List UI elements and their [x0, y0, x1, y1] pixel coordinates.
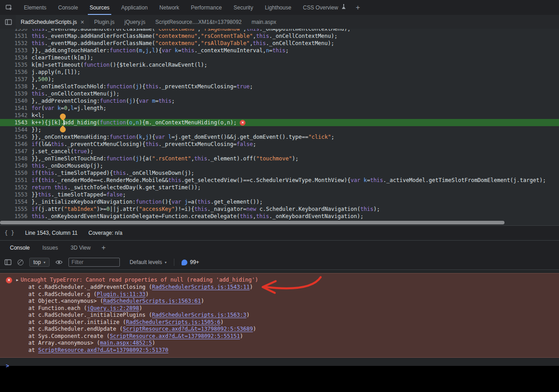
code-line-1530[interactable]: 1530this._eventMap.addHandlerForClassNam… [0, 29, 559, 32]
code-line-1542[interactable]: 1542k<l; [0, 112, 559, 119]
code-line-1546[interactable]: 1546if(l&&this._preventCtxMenuClosing){t… [0, 141, 559, 148]
add-panel-button[interactable]: + [351, 4, 364, 12]
tab-performance[interactable]: Performance [185, 0, 228, 15]
code-line-1541[interactable]: 1541for(var k=0,l=j.length; [0, 105, 559, 112]
line-number[interactable]: 1533 [0, 47, 28, 54]
file-tab-main-aspx[interactable]: main.aspx [247, 15, 282, 29]
drawer-tab-console[interactable]: Console [4, 241, 36, 255]
code-line-1531[interactable]: 1531this._eventMap.addHandlerForClassNam… [0, 32, 559, 40]
expand-triangle-icon[interactable]: ▶ [16, 278, 18, 282]
line-number[interactable]: 1544 [0, 126, 28, 133]
code-line-1537[interactable]: 1537},500); [0, 76, 559, 83]
line-number[interactable]: 1537 [0, 76, 28, 83]
line-number[interactable]: 1539 [0, 90, 28, 97]
tab-application[interactable]: Application [115, 0, 154, 15]
line-number[interactable]: 1547 [0, 148, 28, 155]
code-line-1553[interactable]: 1553}}this._timeSlotTapped=false; [0, 191, 559, 198]
live-expression-eye-icon[interactable] [55, 260, 63, 265]
line-number[interactable]: 1540 [0, 97, 28, 105]
inspect-icon[interactable] [5, 4, 13, 11]
log-levels-dropdown[interactable]: Default levels ▾ [130, 259, 167, 265]
code-line-1534[interactable]: 1534clearTimeout(k[m]); [0, 54, 559, 61]
horizontal-scrollbar[interactable] [0, 220, 559, 225]
tab-security[interactable]: Security [228, 0, 259, 15]
tab-console[interactable]: Console [52, 0, 84, 15]
code-line-1548[interactable]: 1548}},_onTimeSlotTouchEnd:function(j){a… [0, 155, 559, 162]
file-tab-jquery-js[interactable]: jQuery.js [119, 15, 150, 29]
line-number[interactable]: 1541 [0, 105, 28, 112]
stack-link[interactable]: jQuery.js:2:2898 [87, 305, 139, 311]
line-number[interactable]: 1535 [0, 61, 28, 68]
context-selector[interactable]: top ▾ [29, 258, 50, 267]
stack-link[interactable]: Plugin.js:11:33 [97, 291, 145, 297]
code-line-1544[interactable]: 1544}); [0, 126, 559, 133]
code-line-1552[interactable]: 1552return this._switchToSelectedDay(k.g… [0, 184, 559, 191]
stack-link[interactable]: ScriptResource.axd?d…&t=13798092:5:51370 [38, 347, 168, 353]
clear-console-icon[interactable] [18, 260, 23, 265]
pretty-print-button[interactable]: { } [5, 230, 14, 236]
code-line-1556[interactable]: 1556this._onKeyboardEventNavigationDeleg… [0, 213, 559, 220]
drawer-tab-3d-view[interactable]: 3D View [64, 241, 97, 255]
code-line-1543[interactable]: 1543k++){j[k].add_hiding(function(o,n){m… [0, 119, 559, 126]
console-filter-input[interactable] [68, 258, 120, 267]
line-number[interactable]: 1542 [0, 112, 28, 119]
line-number[interactable]: 1543 [0, 119, 28, 126]
tab-lighthouse[interactable]: Lighthouse [259, 0, 297, 15]
code-line-1539[interactable]: 1539this._onCellContextMenu(j); [0, 90, 559, 97]
stack-link[interactable]: ScriptResource.axd?d…&t=13798092:5:53689 [123, 326, 253, 332]
stack-link[interactable]: RadSchedulerScripts.js:1563:3 [152, 312, 247, 318]
stack-link[interactable]: main.aspx:4852:5 [100, 340, 152, 346]
line-number[interactable]: 1556 [0, 213, 28, 220]
close-tab-icon[interactable]: × [81, 19, 84, 25]
file-tab-scriptresource-xm1-t-13798092[interactable]: ScriptResource....XM1&t=13798092 [150, 15, 247, 29]
line-number[interactable]: 1546 [0, 141, 28, 148]
line-number[interactable]: 1548 [0, 155, 28, 162]
code-line-1535[interactable]: 1535k[m]=setTimeout(function(){$telerik.… [0, 61, 559, 68]
line-number[interactable]: 1555 [0, 205, 28, 213]
line-number[interactable]: 1552 [0, 184, 28, 191]
stack-link[interactable]: RadSchedulerScripts.js:1543:11 [152, 284, 250, 290]
code-line-1549[interactable]: 1549this._onDocMouseUp(j); [0, 162, 559, 169]
issues-counter[interactable]: 99+ [182, 259, 199, 265]
code-line-1540[interactable]: 1540},_addPreventClosing:function(j){var… [0, 97, 559, 105]
stack-link[interactable]: RadSchedulerScripts.js:1505:6 [126, 319, 221, 325]
line-number[interactable]: 1554 [0, 198, 28, 205]
line-number[interactable]: 1545 [0, 133, 28, 141]
tab-network[interactable]: Network [154, 0, 185, 15]
code-line-1547[interactable]: 1547j.set_cancel(true); [0, 148, 559, 155]
stack-link[interactable]: RadSchedulerScripts.js:1563:61 [103, 298, 201, 304]
code-line-1550[interactable]: 1550if(this._timeSlotTapped){this._onCel… [0, 169, 559, 177]
tab-sources[interactable]: Sources [84, 0, 115, 15]
scrollbar-thumb[interactable] [0, 221, 504, 224]
console-prompt[interactable]: > [0, 361, 559, 369]
line-number[interactable]: 1534 [0, 54, 28, 61]
code-line-1536[interactable]: 1536j.apply(n,[l]); [0, 68, 559, 76]
code-line-1555[interactable]: 1555if(j.attr("tabIndex")>=0||j.attr("ac… [0, 205, 559, 213]
drawer-tab-issues[interactable]: Issues [36, 241, 64, 255]
file-tab-plugin-js[interactable]: Plugin.js [89, 15, 119, 29]
code-editor[interactable]: 1530this._eventMap.addHandlerForClassNam… [0, 29, 559, 220]
code-line-1533[interactable]: 1533}},_addLongTouchHandler:function(m,j… [0, 47, 559, 54]
file-tab-radschedulerscripts-js[interactable]: RadSchedulerScripts.js× [16, 15, 89, 29]
line-number[interactable]: 1551 [0, 177, 28, 184]
code-line-1545[interactable]: 1545}},_onContextMenuHiding:function(k,j… [0, 133, 559, 141]
line-number[interactable]: 1553 [0, 191, 28, 198]
code-line-1532[interactable]: 1532this._eventMap.addHandlerForClassNam… [0, 40, 559, 47]
tab-css-overview[interactable]: CSS Overview [297, 0, 351, 15]
line-number[interactable]: 1532 [0, 40, 28, 47]
console-error[interactable]: × ▶Uncaught TypeError: Cannot read prope… [0, 273, 559, 358]
line-number[interactable]: 1550 [0, 169, 28, 177]
code-line-1554[interactable]: 1554},_initializeKeyboardNavigation:func… [0, 198, 559, 205]
line-number[interactable]: 1536 [0, 68, 28, 76]
line-number[interactable]: 1530 [0, 29, 28, 32]
tab-elements[interactable]: Elements [18, 0, 52, 15]
console-sidebar-icon[interactable] [5, 259, 12, 265]
navigator-toggle-icon[interactable] [5, 19, 12, 25]
line-number[interactable]: 1531 [0, 32, 28, 40]
stack-link[interactable]: ScriptResource.axd?d…&t=13798092:5:55151 [110, 333, 240, 339]
code-line-1538[interactable]: 1538},_onTimeSlotTouchHold:function(j){t… [0, 83, 559, 90]
add-drawer-tab-button[interactable]: + [97, 244, 110, 252]
line-number[interactable]: 1538 [0, 83, 28, 90]
line-number[interactable]: 1549 [0, 162, 28, 169]
code-line-1551[interactable]: 1551if(this._renderMode==c.RenderMode.Mo… [0, 177, 559, 184]
